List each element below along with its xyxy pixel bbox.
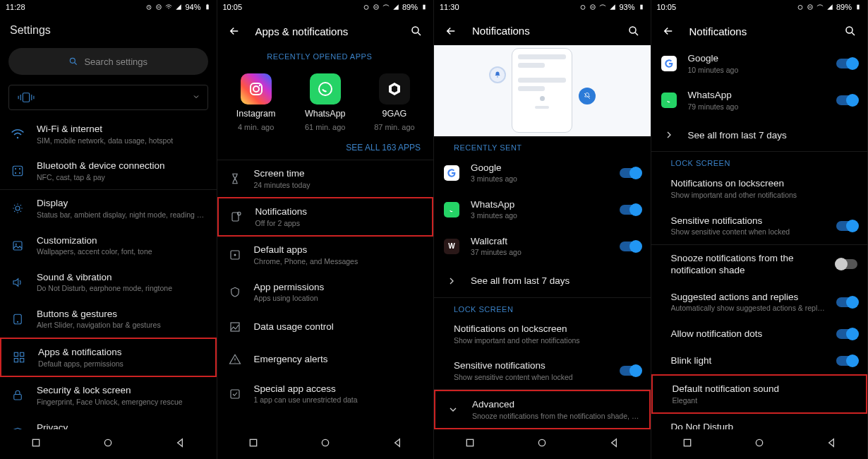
toggle-blink[interactable] — [836, 356, 857, 366]
row-apps-notifications[interactable]: Apps & notificationsDefault apps, permis… — [0, 338, 217, 377]
row-data-usage[interactable]: Data usage control — [217, 311, 434, 343]
toggle-suggested[interactable] — [836, 297, 857, 307]
status-icons: 89% — [363, 3, 428, 11]
row-emergency-alerts[interactable]: Emergency alerts — [217, 343, 434, 376]
svg-point-4 — [71, 58, 76, 63]
svg-point-33 — [237, 213, 241, 216]
row-snooze[interactable]: Snooze notifications from the notificati… — [651, 245, 868, 284]
app-whatsapp[interactable]: WhatsApp 61 min. ago — [294, 73, 357, 131]
nav-recent[interactable] — [248, 437, 259, 451]
nav-back[interactable] — [174, 437, 186, 451]
row-buttons[interactable]: Buttons & gesturesAlert Slider, navigati… — [0, 301, 217, 338]
row-notifications[interactable]: NotificationsOff for 2 apps — [217, 197, 434, 237]
row-bluetooth[interactable]: Bluetooth & device connectionNFC, cast, … — [0, 153, 217, 189]
row-special-access[interactable]: Special app access1 app can use unrestri… — [217, 376, 434, 412]
whatsapp-icon — [661, 93, 677, 108]
row-sensitive[interactable]: Sensitive notificationsShow sensitive co… — [651, 208, 868, 244]
nav-home[interactable] — [754, 437, 765, 451]
toggle-wallcraft[interactable] — [620, 242, 641, 251]
see-all-apps-link[interactable]: SEE ALL 163 APPS — [217, 138, 434, 160]
svg-point-9 — [19, 168, 20, 169]
search-button[interactable] — [843, 24, 857, 38]
toggle-whatsapp[interactable] — [620, 205, 641, 215]
row-sound[interactable]: Sound & vibrationDo Not Disturb, earphon… — [0, 264, 217, 301]
status-time: 10:05 — [223, 3, 243, 11]
nav-back[interactable] — [826, 437, 837, 451]
row-default-sound[interactable]: Default notification soundElegant — [651, 374, 868, 414]
recent-google[interactable]: Google10 minutes ago — [651, 45, 868, 82]
dnd-icon — [589, 4, 596, 11]
dnd-icon — [807, 4, 814, 11]
row-app-permissions[interactable]: App permissionsApps using location — [217, 274, 434, 311]
row-display[interactable]: DisplayStatus bar, ambient display, nigh… — [0, 190, 217, 227]
svg-rect-3 — [207, 4, 208, 5]
recently-label: RECENTLY OPENED APPS — [217, 45, 434, 64]
bluetooth-icon — [10, 163, 25, 179]
customization-icon — [10, 238, 25, 254]
row-screen-time[interactable]: Screen time24 minutes today — [217, 160, 434, 197]
page-title: Notifications — [472, 25, 613, 37]
svg-rect-42 — [640, 5, 642, 10]
dnd-icon — [155, 4, 162, 11]
row-sensitive-notif[interactable]: Sensitive notificationsShow sensitive co… — [434, 352, 651, 389]
row-suggested[interactable]: Suggested actions and repliesAutomatical… — [651, 284, 868, 321]
row-dnd[interactable]: Do Not DisturbOff / 1 schedule can turn … — [651, 414, 868, 429]
nav-bar — [0, 429, 217, 459]
toggle-google[interactable] — [836, 59, 857, 68]
apps-icon — [11, 350, 27, 365]
app-9gag[interactable]: 9GAG 87 min. ago — [363, 73, 426, 131]
row-advanced[interactable]: AdvancedSnooze notifications from the no… — [434, 390, 651, 429]
back-button[interactable] — [661, 24, 675, 38]
nav-back[interactable] — [392, 437, 403, 451]
signal-icon — [609, 4, 616, 11]
row-privacy[interactable]: PrivacyPermissions, personal data — [0, 415, 217, 430]
battery-icon — [638, 4, 645, 11]
row-blink[interactable]: Blink light — [651, 347, 868, 374]
nav-home[interactable] — [536, 437, 548, 451]
notifications-icon — [229, 209, 244, 225]
nav-home[interactable] — [102, 437, 114, 451]
nav-back[interactable] — [608, 437, 620, 451]
row-customization[interactable]: CustomizationWallpapers, accent color, f… — [0, 227, 217, 264]
row-wifi[interactable]: Wi-Fi & internetSIM, mobile network, dat… — [0, 116, 217, 153]
nav-recent[interactable] — [464, 437, 476, 451]
svg-rect-22 — [32, 439, 39, 446]
recent-whatsapp[interactable]: WhatsApp79 minutes ago — [651, 82, 868, 119]
toggle-sensitive[interactable] — [836, 221, 857, 231]
svg-rect-20 — [20, 359, 24, 362]
recent-wallcraft[interactable]: W Wallcraft37 minutes ago — [434, 228, 651, 265]
status-bar: 10:05 89% — [651, 0, 868, 14]
recent-google[interactable]: Google3 minutes ago — [434, 155, 651, 191]
nav-recent[interactable] — [30, 437, 42, 451]
nav-bar — [651, 429, 868, 459]
search-input[interactable]: Search settings — [8, 48, 208, 75]
search-button[interactable] — [409, 24, 423, 38]
battery-pct: 93% — [619, 3, 634, 11]
nav-recent[interactable] — [682, 437, 693, 451]
special-access-icon — [227, 386, 243, 402]
status-time: 11:28 — [6, 3, 25, 11]
toggle-dots[interactable] — [836, 329, 857, 339]
alarm-icon — [363, 4, 370, 11]
row-default-apps[interactable]: Default appsChrome, Phone, and Messages — [217, 237, 434, 273]
nav-home[interactable] — [320, 437, 331, 451]
row-security[interactable]: Security & lock screenFingerprint, Face … — [0, 377, 217, 414]
back-button[interactable] — [227, 24, 241, 38]
see-all-7days[interactable]: See all from last 7 days — [651, 119, 868, 151]
toggle-whatsapp[interactable] — [836, 95, 857, 105]
row-dots[interactable]: Allow notification dots — [651, 321, 868, 347]
toggle-sensitive[interactable] — [620, 366, 641, 376]
row-lockscreen-notif[interactable]: Notifications on lockscreenShow importan… — [651, 170, 868, 207]
recent-whatsapp[interactable]: WhatsApp3 minutes ago — [434, 191, 651, 228]
search-button[interactable] — [627, 24, 641, 38]
app-instagram[interactable]: Instagram 4 min. ago — [224, 73, 288, 131]
toggle-google[interactable] — [620, 168, 641, 178]
row-lockscreen-notif[interactable]: Notifications on lockscreenShow importan… — [434, 316, 651, 353]
svg-point-10 — [15, 172, 16, 174]
status-time: 11:30 — [440, 3, 459, 11]
toggle-snooze[interactable] — [836, 259, 857, 269]
see-all-7days[interactable]: See all from last 7 days — [434, 265, 651, 297]
quick-settings-panel[interactable] — [8, 85, 208, 110]
svg-rect-36 — [231, 323, 239, 331]
back-button[interactable] — [444, 24, 458, 38]
